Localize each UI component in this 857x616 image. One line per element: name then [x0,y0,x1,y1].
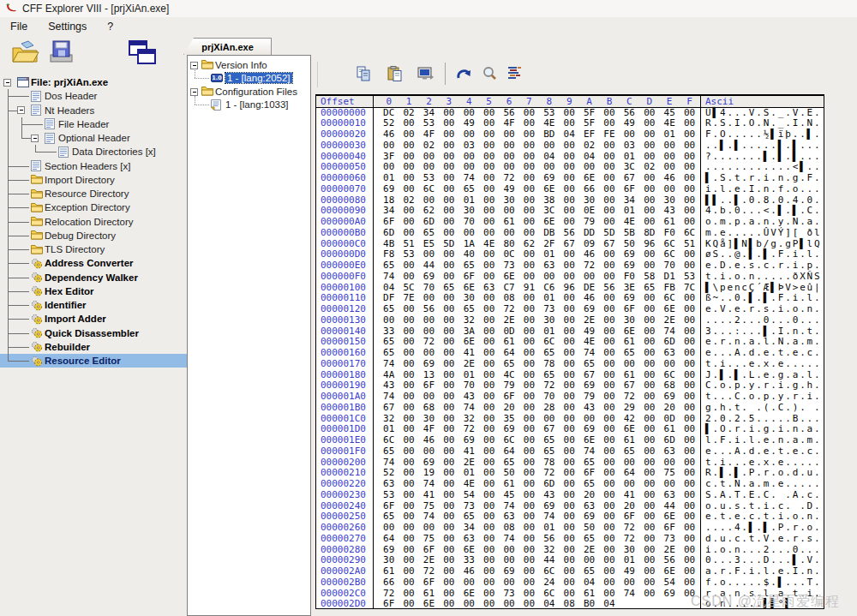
byte-cell[interactable]: 00 [560,260,579,272]
menu-file[interactable]: File [7,19,31,34]
tree-item-file-prjxian-exe[interactable]: File: prjXiAn.exe [0,75,187,89]
byte-cell[interactable]: 6E [659,304,679,315]
byte-cell[interactable]: 01 [659,129,679,141]
tree-item-tls-directory[interactable]: TLS Directory [0,242,187,256]
byte-cell[interactable]: 00 [620,577,639,589]
byte-cell[interactable]: 00 [680,217,699,228]
menu-settings[interactable]: Settings [45,19,90,34]
byte-cell[interactable]: 00 [680,566,699,577]
byte-cell[interactable]: 00 [479,490,499,501]
byte-cell[interactable]: 6F [659,523,679,534]
byte-cell[interactable]: 00 [479,228,499,239]
byte-cell[interactable]: 00 [459,599,479,610]
byte-cell[interactable]: 6F [499,392,518,403]
byte-cell[interactable]: 00 [479,566,499,577]
byte-cell[interactable]: 00 [560,566,579,577]
byte-cell[interactable]: 00 [599,403,619,414]
byte-cell[interactable]: 69 [499,566,518,577]
byte-cell[interactable]: 72 [499,304,518,315]
tree-item-address-converter[interactable]: Address Converter [0,256,187,270]
ascii-cell[interactable]: e...A.d.e.t.e.c. [700,446,822,458]
tree-item-nt-headers[interactable]: Nt Headers [0,104,187,117]
byte-cell[interactable]: 00 [479,348,499,359]
byte-cell[interactable]: 29 [620,403,639,414]
byte-cell[interactable]: 46 [659,173,679,184]
paste-button[interactable] [387,66,403,81]
byte-cell[interactable]: 61 [620,435,639,446]
byte-cell[interactable]: 00 [399,260,418,272]
byte-cell[interactable]: 00 [519,435,539,446]
byte-cell[interactable]: 00 [599,348,619,359]
ascii-cell[interactable]: ....4.▌.▌.P.r.o. [700,523,822,534]
byte-cell[interactable]: 00 [639,217,659,228]
byte-cell[interactable]: 74 [379,359,399,370]
byte-cell[interactable]: 61 [379,566,399,577]
byte-cell[interactable]: 04 [539,599,559,610]
byte-cell[interactable]: 49 [620,566,639,577]
byte-cell[interactable]: 24 [539,577,559,589]
byte-cell[interactable]: 00 [399,184,418,195]
byte-cell[interactable]: 72 [620,392,639,403]
byte-cell[interactable]: 00 [680,403,699,414]
byte-cell[interactable]: 00 [539,272,559,283]
byte-cell[interactable]: 65 [379,446,399,458]
byte-cell[interactable]: 00 [479,359,499,370]
byte-cell[interactable]: 04 [599,599,619,610]
byte-cell[interactable]: 6C [379,435,399,446]
ascii-cell[interactable]: t.i...e.x.e..... [700,359,822,370]
byte-cell[interactable]: 41 [459,446,479,458]
byte-cell[interactable]: 79 [579,217,599,228]
byte-cell[interactable]: 00 [560,348,579,359]
byte-cell[interactable]: 00 [560,446,579,458]
byte-cell[interactable]: 64 [499,446,518,458]
byte-cell[interactable]: 00 [439,348,458,359]
byte-cell[interactable]: 00 [399,599,418,610]
byte-cell[interactable]: 69 [379,184,399,195]
byte-cell[interactable]: 65 [620,446,639,458]
open-file-button[interactable] [10,39,39,65]
byte-cell[interactable]: 00 [680,184,699,195]
byte-cell[interactable]: 00 [560,435,579,446]
byte-cell[interactable]: 00 [680,315,699,326]
byte-cell[interactable]: 54 [459,490,479,501]
jump-to-offset-button[interactable] [455,66,472,81]
byte-cell[interactable]: 00 [639,490,659,501]
byte-cell[interactable]: 45 [499,490,518,501]
byte-cell[interactable]: 00 [399,129,418,141]
ascii-cell[interactable]: e...A.d.e.t.e.c. [700,348,822,359]
byte-cell[interactable]: 00 [419,446,439,458]
byte-cell[interactable]: 00 [399,479,418,490]
byte-cell[interactable]: 4F [419,129,439,141]
byte-cell[interactable]: DD [579,228,599,239]
byte-cell[interactable]: 74 [379,272,399,283]
data-marks-button[interactable] [507,66,523,80]
byte-cell[interactable]: 54 [659,577,679,589]
byte-cell[interactable]: 00 [419,348,439,359]
byte-cell[interactable]: 00 [599,392,619,403]
byte-cell[interactable]: F0 [620,272,639,283]
byte-cell[interactable]: 00 [680,435,699,446]
byte-cell[interactable]: 74 [459,403,479,414]
ascii-cell[interactable]: t.i.o.n.....ðXÑS [700,272,822,283]
byte-cell[interactable]: 4E [459,479,479,490]
byte-cell[interactable]: 00 [519,173,539,184]
byte-cell[interactable]: 63 [659,446,679,458]
expand-collapse-toggle[interactable] [190,88,198,96]
byte-cell[interactable]: 00 [639,589,659,600]
byte-cell[interactable]: 00 [639,184,659,195]
byte-cell[interactable]: 65 [499,359,518,370]
byte-cell[interactable]: 63 [459,534,479,545]
byte-cell[interactable]: 61 [499,217,518,228]
byte-cell[interactable]: 00 [639,348,659,359]
byte-cell[interactable]: 00 [639,523,659,534]
byte-cell[interactable]: 63 [379,479,399,490]
byte-cell[interactable]: 00 [399,446,418,458]
byte-cell[interactable]: 70 [659,260,679,272]
byte-cell[interactable]: 72 [620,523,639,534]
byte-cell[interactable]: 65 [539,348,559,359]
byte-cell[interactable]: 74 [379,392,399,403]
byte-cell[interactable]: 00 [560,577,579,589]
byte-cell[interactable]: 00 [419,392,439,403]
byte-cell[interactable]: 00 [499,228,518,239]
byte-cell[interactable]: 00 [599,184,619,195]
